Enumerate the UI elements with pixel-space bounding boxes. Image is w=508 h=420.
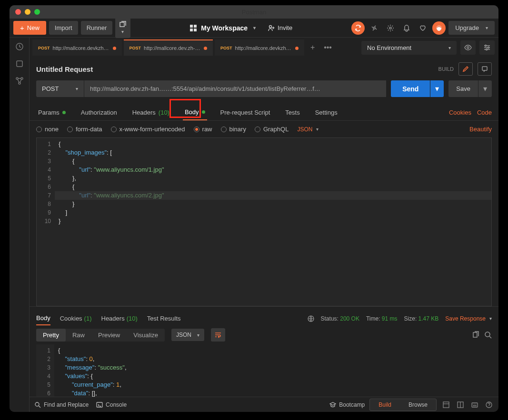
- radio-graphql[interactable]: GraphQL: [255, 126, 289, 133]
- svg-rect-19: [473, 332, 477, 337]
- window-minimize[interactable]: [25, 9, 30, 15]
- body-format-select[interactable]: JSON▾: [297, 126, 319, 133]
- sync-button[interactable]: [351, 21, 365, 35]
- tab-authorization[interactable]: Authorization: [79, 105, 119, 120]
- find-replace[interactable]: Find and Replace: [34, 401, 89, 408]
- apis-icon[interactable]: [15, 77, 24, 85]
- svg-rect-25: [472, 403, 478, 407]
- pane-single-icon[interactable]: [441, 401, 451, 408]
- svg-rect-0: [120, 22, 124, 27]
- request-body-editor[interactable]: 12345678910 { "shop_images": [ { "url": …: [36, 137, 492, 306]
- settings-icon[interactable]: [384, 21, 397, 35]
- radio-binary[interactable]: binary: [221, 126, 246, 133]
- radio-none[interactable]: none: [36, 126, 59, 133]
- resp-tab-testresults[interactable]: Test Results: [147, 312, 181, 325]
- cookies-link[interactable]: Cookies: [449, 109, 471, 116]
- tab-params[interactable]: Params: [36, 105, 68, 120]
- tab-tests[interactable]: Tests: [283, 105, 301, 120]
- window-maximize[interactable]: [34, 9, 40, 15]
- radio-form-data[interactable]: form-data: [67, 126, 102, 133]
- response-body-editor[interactable]: 123456 { "status": 0, "message": "succes…: [36, 344, 492, 397]
- response-format-select[interactable]: JSON▾: [171, 329, 204, 341]
- request-name[interactable]: Untitled Request: [36, 65, 93, 73]
- edit-icon[interactable]: [458, 62, 473, 76]
- environment-selector[interactable]: No Environment▾: [361, 41, 457, 55]
- size-label: Size: 1.47 KB: [404, 315, 439, 322]
- tab-more[interactable]: •••: [321, 41, 335, 54]
- svg-rect-3: [190, 29, 193, 31]
- workspace-selector[interactable]: My Workspace▾: [189, 24, 256, 32]
- resp-tab-cookies[interactable]: Cookies(1): [60, 312, 92, 325]
- view-preview[interactable]: Preview: [91, 329, 127, 342]
- tab-2[interactable]: POSThttp://mallcore.devkzhafun…: [215, 39, 304, 56]
- url-input[interactable]: [84, 80, 386, 97]
- body-type-row: none form-data x-www-form-urlencoded raw…: [30, 121, 498, 137]
- favorite-icon[interactable]: [416, 21, 429, 35]
- response-view-tabs: Pretty Raw Preview Visualize: [36, 329, 165, 342]
- radio-raw[interactable]: raw: [194, 126, 212, 133]
- svg-point-10: [16, 78, 18, 79]
- copy-icon[interactable]: [472, 331, 479, 339]
- svg-rect-17: [482, 67, 487, 70]
- console[interactable]: Console: [96, 401, 127, 408]
- notifications-icon[interactable]: [400, 21, 413, 35]
- view-visualize[interactable]: Visualize: [127, 329, 165, 342]
- save-dropdown[interactable]: ▾: [478, 80, 492, 97]
- tab-prerequest[interactable]: Pre-request Script: [219, 105, 272, 120]
- save-response[interactable]: Save Response ▾: [445, 315, 492, 322]
- svg-point-16: [486, 49, 488, 50]
- upgrade-button[interactable]: Upgrade▾: [448, 21, 495, 35]
- tab-0[interactable]: POSThttp://mallcore.devkzhafun…: [32, 39, 122, 56]
- svg-rect-2: [194, 25, 197, 28]
- toggle-browse[interactable]: Browse: [400, 399, 436, 410]
- line-gutter: 123456: [36, 344, 54, 397]
- capture-icon[interactable]: [368, 21, 381, 35]
- tab-body[interactable]: Body: [183, 105, 207, 120]
- build-browse-toggle[interactable]: Build Browse: [369, 399, 437, 411]
- pane-double-icon[interactable]: [456, 401, 465, 408]
- resp-tab-headers[interactable]: Headers(10): [101, 312, 138, 325]
- save-button[interactable]: Save: [448, 80, 478, 97]
- beautify-link[interactable]: Beautify: [469, 126, 492, 133]
- send-button[interactable]: Send: [391, 80, 430, 97]
- invite-button[interactable]: Invite: [268, 24, 292, 31]
- bootcamp[interactable]: Bootcamp: [329, 401, 365, 408]
- runner-button[interactable]: Runner: [81, 21, 113, 35]
- line-gutter: 12345678910: [37, 138, 55, 306]
- svg-point-21: [35, 402, 39, 406]
- globe-icon[interactable]: [308, 315, 314, 322]
- tab-add[interactable]: +: [306, 41, 319, 54]
- window-close[interactable]: [15, 9, 21, 15]
- environment-settings-icon[interactable]: [479, 40, 495, 55]
- history-icon[interactable]: [15, 42, 24, 51]
- window-title: Postman: [10, 9, 498, 16]
- svg-point-7: [389, 27, 391, 29]
- view-pretty[interactable]: Pretty: [36, 329, 66, 342]
- import-button[interactable]: Import: [49, 21, 78, 35]
- wrap-lines-icon[interactable]: [211, 328, 225, 342]
- method-select[interactable]: POST▾: [36, 80, 84, 97]
- view-raw[interactable]: Raw: [66, 329, 91, 342]
- build-label: BUILD: [438, 66, 454, 72]
- svg-point-6: [373, 27, 375, 29]
- response-tabs: Body Cookies(1) Headers(10) Test Results…: [30, 306, 498, 325]
- search-response-icon[interactable]: [484, 331, 492, 339]
- svg-point-11: [21, 78, 23, 79]
- resp-tab-body[interactable]: Body: [36, 312, 50, 325]
- open-new-button[interactable]: ▾: [115, 18, 130, 38]
- tab-settings[interactable]: Settings: [313, 105, 339, 120]
- tab-headers[interactable]: Headers (10): [130, 105, 171, 120]
- radio-urlencoded[interactable]: x-www-form-urlencoded: [111, 126, 185, 133]
- comments-icon[interactable]: [478, 62, 492, 76]
- tab-1[interactable]: POSThttp://mallcore.dev.zh-fan…: [124, 39, 213, 56]
- shortcuts-icon[interactable]: [470, 401, 479, 408]
- environment-quicklook-icon[interactable]: [460, 40, 476, 55]
- collections-icon[interactable]: [15, 59, 24, 68]
- toggle-build[interactable]: Build: [370, 399, 400, 410]
- unsaved-dot: [113, 47, 116, 50]
- new-button[interactable]: New: [13, 21, 46, 35]
- send-dropdown[interactable]: ▾: [430, 80, 444, 97]
- user-avatar[interactable]: [432, 21, 446, 35]
- code-link[interactable]: Code: [477, 109, 492, 116]
- help-icon[interactable]: [484, 401, 494, 408]
